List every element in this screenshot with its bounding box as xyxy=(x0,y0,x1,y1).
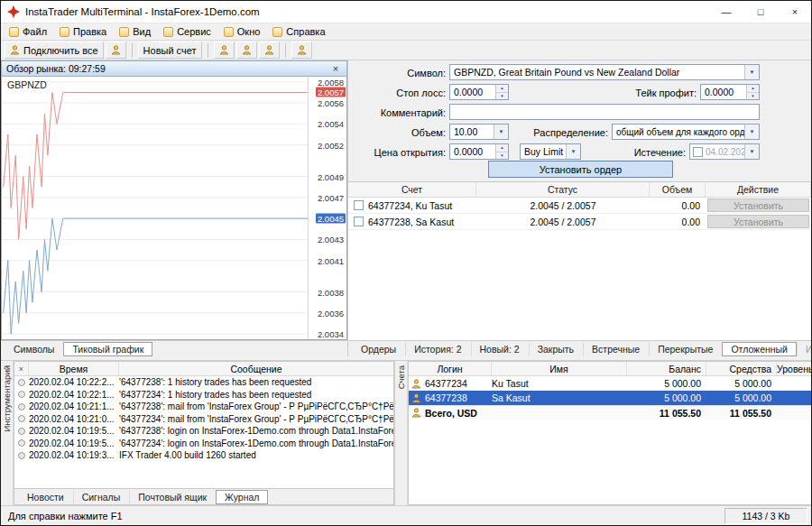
edit-icon xyxy=(60,27,69,37)
market-watch-title: Обзор рынка: 09:27:59 xyxy=(6,63,329,74)
tab-orders[interactable]: Ордеры xyxy=(352,342,405,356)
tab-pending[interactable]: Отложенный xyxy=(722,342,797,356)
order-row: 64377234, Ku Tasut2.0045 / 2.00570.00Уст… xyxy=(348,198,811,214)
column-header-equity[interactable]: Средства xyxy=(706,362,777,375)
axis-tick-label: 2.0034 xyxy=(318,329,344,339)
axis-tick-label: 2.0047 xyxy=(318,192,344,202)
help-icon xyxy=(272,27,282,37)
calendar-dropdown-icon[interactable] xyxy=(744,144,759,159)
spinner-arrows-icon[interactable] xyxy=(746,85,759,99)
order-type-select[interactable]: Buy Limit xyxy=(520,143,581,160)
journal-message: '64377238': 1 history trades has been re… xyxy=(119,377,393,387)
order-row-checkbox[interactable] xyxy=(354,217,364,226)
set-order-button[interactable]: Установить xyxy=(707,198,809,212)
column-header-level[interactable]: Уровень xyxy=(777,362,812,375)
orders-table: Счет Статус Объем Действие 64377234, Ku … xyxy=(348,181,811,340)
stop-loss-label: Стоп лосс: xyxy=(348,85,446,101)
toolbar-separator xyxy=(132,43,133,58)
column-header-action[interactable]: Действие xyxy=(706,182,811,197)
spinner-arrows-icon[interactable] xyxy=(495,144,508,159)
distribution-select[interactable]: общий объем для каждого ордера xyxy=(612,124,760,140)
order-volume: 0.00 xyxy=(650,214,706,229)
symbol-select[interactable]: GBPNZD, Great Britain Pound vs New Zeala… xyxy=(449,64,760,80)
menu-file[interactable]: Файл xyxy=(3,23,53,40)
account-row[interactable]: 64377238Sa Kasut5 000.005 000.00 xyxy=(409,391,812,405)
place-order-button[interactable]: Установить ордер xyxy=(488,161,673,178)
market-watch-close-icon[interactable]: × xyxy=(329,63,342,74)
column-header-status[interactable]: Статус xyxy=(476,182,650,197)
spinner-arrows-icon[interactable] xyxy=(495,85,508,99)
column-header-time[interactable]: Время xyxy=(29,362,119,375)
tab-signals[interactable]: Сигналы xyxy=(73,490,130,504)
tab-news[interactable]: Новости xyxy=(18,490,73,504)
ask-price-label: 2.0057 xyxy=(316,88,346,97)
tab-overlapped[interactable]: Перекрытые xyxy=(649,342,722,356)
expiration-checkbox[interactable] xyxy=(693,147,703,157)
journal-close-icon[interactable]: × xyxy=(14,362,29,375)
close-icon[interactable]: × xyxy=(780,3,809,21)
account-name: Sa Kasut xyxy=(492,391,627,405)
tab-modify[interactable]: Изменить xyxy=(797,342,812,356)
tab-counter[interactable]: Встречные xyxy=(583,342,649,356)
tab-mailbox[interactable]: Почтовый ящик xyxy=(129,490,216,504)
order-volume: 0.00 xyxy=(650,198,706,213)
tab-symbols[interactable]: Символы xyxy=(5,342,63,356)
menu-help[interactable]: Справка xyxy=(266,23,331,40)
tab-history[interactable]: История: 2 xyxy=(405,342,470,356)
menu-service[interactable]: Сервис xyxy=(157,23,217,40)
toolbox-panel: Инструментарий × Время Сообщение 2020.02… xyxy=(1,361,395,505)
person-icon xyxy=(219,45,229,55)
toolbar-icon-button-2[interactable] xyxy=(214,42,235,59)
tab-journal[interactable]: Журнал xyxy=(216,490,268,504)
tab-new[interactable]: Новый: 2 xyxy=(471,342,529,356)
toolbar-icon-button-3[interactable] xyxy=(236,42,257,59)
comment-input[interactable] xyxy=(450,106,759,117)
volume-value: 10.00 xyxy=(450,126,494,137)
maximize-icon[interactable]: □ xyxy=(746,3,775,21)
toolbar-icon-button-5[interactable] xyxy=(291,42,312,59)
stop-loss-stepper[interactable]: 0.0000 xyxy=(449,84,509,100)
minimize-icon[interactable]: — xyxy=(712,3,741,21)
account-row[interactable]: Всего, USD11 055.5011 055.50 xyxy=(409,405,812,420)
chevron-down-icon[interactable] xyxy=(744,65,759,79)
take-profit-stepper[interactable]: 0.0000 xyxy=(700,84,760,100)
column-header-name[interactable]: Имя xyxy=(492,362,627,375)
chevron-down-icon[interactable] xyxy=(494,125,508,139)
expiration-value: 04.02.2020 09:37 xyxy=(706,147,744,157)
menu-window[interactable]: Окно xyxy=(217,23,267,40)
open-price-value: 0.0000 xyxy=(450,146,495,157)
column-header-message[interactable]: Сообщение xyxy=(119,362,393,375)
expiration-picker[interactable]: 04.02.2020 09:37 xyxy=(689,143,760,160)
connect-all-button[interactable]: Подключить все xyxy=(5,42,104,59)
order-row-checkbox[interactable] xyxy=(354,200,364,210)
connect-all-label: Подключить все xyxy=(23,45,98,56)
menu-edit[interactable]: Правка xyxy=(53,23,113,40)
order-type-value: Buy Limit xyxy=(521,146,566,157)
file-icon xyxy=(9,27,19,37)
account-equity: 5 000.00 xyxy=(706,391,777,405)
account-row[interactable]: 64377234Ku Tasut5 000.005 000.00 xyxy=(409,376,812,391)
chevron-down-icon[interactable] xyxy=(566,144,580,159)
tab-tick-chart[interactable]: Тиковый график xyxy=(63,342,152,356)
tab-close[interactable]: Закрыть xyxy=(529,342,583,356)
account-equity: 5 000.00 xyxy=(706,376,777,391)
menu-view[interactable]: Вид xyxy=(113,23,157,40)
bottom-area: Инструментарий × Время Сообщение 2020.02… xyxy=(1,360,811,505)
volume-select[interactable]: 10.00 xyxy=(449,124,509,140)
journal-row: 2020.02.04 10:22:2...'64377238': 1 histo… xyxy=(14,376,393,389)
view-icon xyxy=(119,27,129,37)
window-icon xyxy=(224,27,234,37)
set-order-button[interactable]: Установить xyxy=(707,215,809,228)
toolbar-icon-button-1[interactable] xyxy=(106,42,126,59)
open-price-stepper[interactable]: 0.0000 xyxy=(449,143,509,160)
column-header-account[interactable]: Счет xyxy=(348,182,476,197)
account-icon xyxy=(411,408,421,418)
column-header-volume[interactable]: Объем xyxy=(650,182,706,197)
column-header-balance[interactable]: Баланс xyxy=(627,362,706,375)
chevron-down-icon[interactable] xyxy=(744,125,759,139)
toolbar-icon-button-4[interactable] xyxy=(259,42,280,59)
window-title: InstaTrader MultiTerminal - InstaForex-1… xyxy=(25,6,706,17)
column-header-login[interactable]: Логин xyxy=(409,362,492,375)
new-account-button[interactable]: Новый счет xyxy=(138,42,202,59)
account-icon xyxy=(411,393,421,403)
